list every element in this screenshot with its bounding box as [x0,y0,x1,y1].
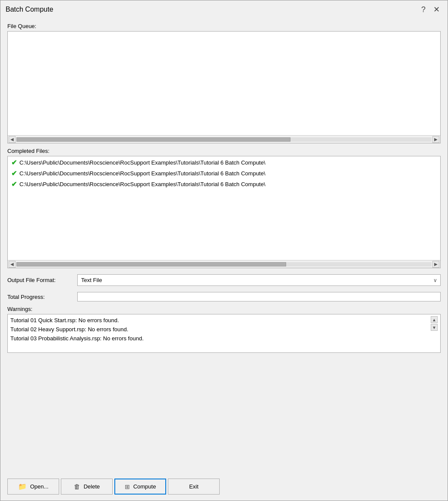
folder-icon: 📁 [18,482,27,491]
completed-files-label: Completed Files: [7,148,441,154]
checkmark-icon: ✔ [11,180,17,188]
help-button[interactable]: ? [419,5,428,14]
title-bar: Batch Compute ? ✕ [0,0,448,18]
warnings-scroll-up[interactable]: ▲ [431,316,438,323]
warnings-section: Warnings: Tutorial 01 Quick Start.rsp: N… [7,306,441,353]
delete-label: Delete [84,483,100,490]
exit-button[interactable]: Exit [168,479,220,495]
file-queue-section: File Queue: ◀ ▶ [7,23,441,143]
trash-icon: 🗑 [74,483,80,490]
completed-file-path: C:\Users\Public\Documents\Rocscience\Roc… [19,170,265,177]
total-progress-label: Total Progress: [7,294,72,300]
title-bar-left: Batch Compute [6,6,53,13]
completed-files-section: Completed Files: ✔C:\Users\Public\Docume… [7,148,441,268]
exit-label: Exit [189,483,199,490]
file-queue-listbox[interactable]: ◀ ▶ [7,31,441,143]
completed-files-content: ✔C:\Users\Public\Documents\Rocscience\Ro… [8,156,440,260]
file-queue-scroll-left[interactable]: ◀ [9,136,16,143]
warnings-content: Tutorial 01 Quick Start.rsp: No errors f… [10,316,431,351]
output-format-label: Output File Format: [7,277,72,283]
compute-button[interactable]: ⊞ Compute [114,479,166,495]
progress-section: Total Progress: [7,292,441,301]
delete-button[interactable]: 🗑 Delete [61,479,113,495]
compute-icon: ⊞ [125,483,130,490]
completed-scroll-left[interactable]: ◀ [9,261,16,268]
completed-file-item: ✔C:\Users\Public\Documents\Rocscience\Ro… [9,179,439,190]
completed-file-item: ✔C:\Users\Public\Documents\Rocscience\Ro… [9,168,439,179]
batch-compute-dialog: Batch Compute ? ✕ File Queue: ◀ ▶ [0,0,448,501]
checkmark-icon: ✔ [11,159,17,167]
dialog-title: Batch Compute [6,6,53,13]
completed-file-item: ✔C:\Users\Public\Documents\Rocscience\Ro… [9,157,439,168]
warning-line: Tutorial 02 Heavy Support.rsp: No errors… [10,325,431,334]
close-button[interactable]: ✕ [431,5,442,14]
title-bar-right: ? ✕ [419,5,442,14]
completed-scroll-right[interactable]: ▶ [432,261,439,268]
warnings-box: Tutorial 01 Quick Start.rsp: No errors f… [7,314,441,353]
completed-file-path: C:\Users\Public\Documents\Rocscience\Roc… [19,159,265,166]
checkmark-icon: ✔ [11,169,17,178]
open-label: Open... [30,483,49,490]
compute-label: Compute [133,483,156,490]
file-queue-scroll-right[interactable]: ▶ [432,136,439,143]
button-bar: 📁 Open... 🗑 Delete ⊞ Compute Exit [0,474,448,501]
output-format-wrapper: Text File Excel File ∨ [77,274,441,286]
warnings-vscrollbar: ▲ ▼ [431,316,438,351]
file-queue-label: File Queue: [7,23,441,29]
completed-scroll-track [16,262,432,266]
dialog-body: File Queue: ◀ ▶ Completed Files: ✔C:\Use… [0,18,448,474]
warnings-scroll-down[interactable]: ▼ [431,324,438,331]
completed-files-listbox[interactable]: ✔C:\Users\Public\Documents\Rocscience\Ro… [7,156,441,268]
warnings-label: Warnings: [7,306,441,312]
completed-scroll-thumb[interactable] [16,262,286,266]
file-queue-scroll-track [16,137,432,142]
completed-files-hscrollbar: ◀ ▶ [8,260,440,268]
warning-line: Tutorial 03 Probabilistic Analysis.rsp: … [10,334,431,343]
open-button[interactable]: 📁 Open... [7,479,59,495]
file-queue-scroll-thumb[interactable] [16,137,290,142]
progress-bar [77,292,441,301]
file-queue-hscrollbar: ◀ ▶ [8,135,440,143]
completed-file-path: C:\Users\Public\Documents\Rocscience\Roc… [19,181,265,187]
output-format-row: Output File Format: Text File Excel File… [7,274,441,286]
file-queue-content [8,32,440,135]
warning-line: Tutorial 01 Quick Start.rsp: No errors f… [10,316,431,325]
output-format-select[interactable]: Text File Excel File [77,274,441,286]
